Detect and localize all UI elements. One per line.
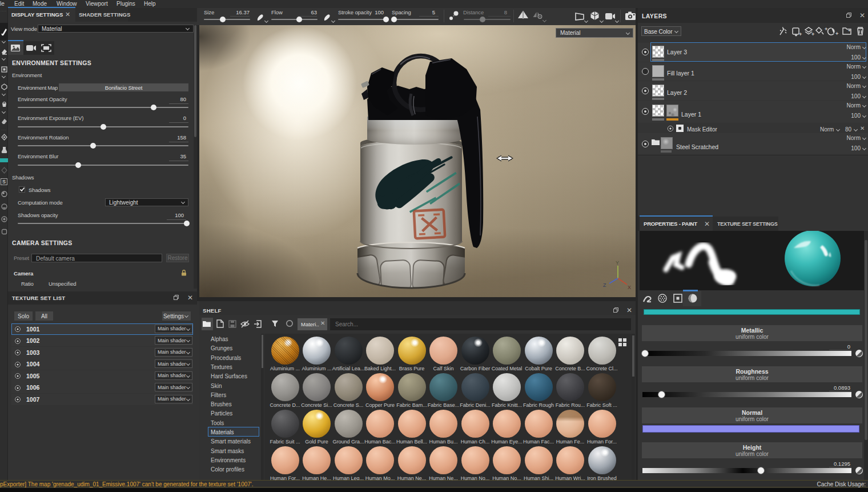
svg-text:Z: Z xyxy=(603,282,606,288)
svg-text:+: + xyxy=(848,28,851,33)
svg-text:+: + xyxy=(825,26,827,32)
svg-text:+: + xyxy=(811,31,814,37)
svg-text:Y: Y xyxy=(616,260,619,266)
svg-text:+: + xyxy=(835,31,838,37)
svg-text:X: X xyxy=(628,285,631,290)
svg-text:+: + xyxy=(799,31,802,37)
